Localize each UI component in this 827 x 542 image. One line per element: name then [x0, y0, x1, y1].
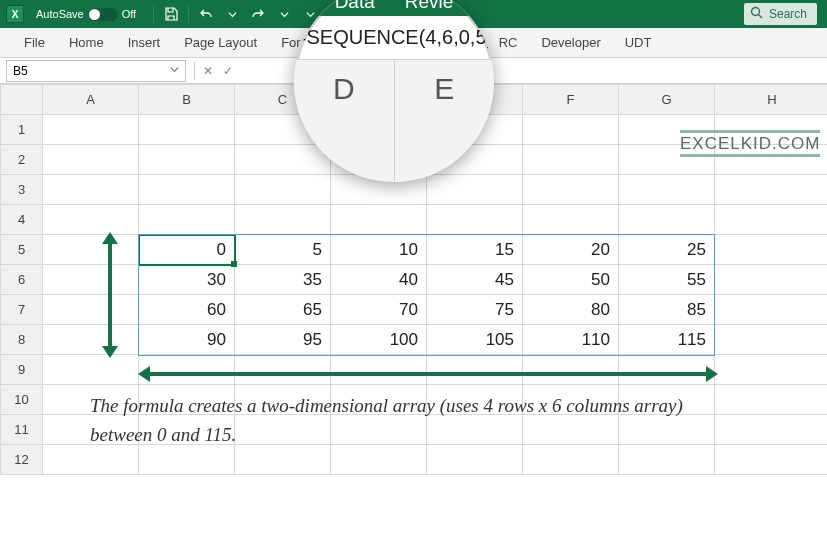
row-header-7[interactable]: 7: [1, 295, 43, 325]
cell-F9[interactable]: [523, 355, 619, 385]
name-box[interactable]: B5: [6, 60, 186, 82]
select-all-corner[interactable]: [1, 85, 43, 115]
tab-rc[interactable]: RC: [489, 30, 528, 55]
cell-D7[interactable]: 70: [331, 295, 427, 325]
cell-B8[interactable]: 90: [139, 325, 235, 355]
cell-B5[interactable]: 0: [139, 235, 235, 265]
cell-C8[interactable]: 95: [235, 325, 331, 355]
cell-D8[interactable]: 100: [331, 325, 427, 355]
cell-F7[interactable]: 80: [523, 295, 619, 325]
redo-dropdown-icon[interactable]: [272, 3, 296, 25]
search-box[interactable]: Search: [744, 3, 817, 25]
col-header-G[interactable]: G: [619, 85, 715, 115]
row-header-12[interactable]: 12: [1, 445, 43, 475]
name-box-dropdown-icon[interactable]: [170, 65, 179, 76]
tab-insert[interactable]: Insert: [118, 30, 171, 55]
cell-C7[interactable]: 65: [235, 295, 331, 325]
redo-icon[interactable]: [246, 3, 270, 25]
cell-F1[interactable]: [523, 115, 619, 145]
cell-E4[interactable]: [427, 205, 523, 235]
cell-E12[interactable]: [427, 445, 523, 475]
cell-A5[interactable]: [43, 235, 139, 265]
cell-E8[interactable]: 105: [427, 325, 523, 355]
undo-dropdown-icon[interactable]: [220, 3, 244, 25]
tab-file[interactable]: File: [14, 30, 55, 55]
cell-G7[interactable]: 85: [619, 295, 715, 325]
tab-developer[interactable]: Developer: [531, 30, 610, 55]
cell-A12[interactable]: [43, 445, 139, 475]
cell-F2[interactable]: [523, 145, 619, 175]
row-header-11[interactable]: 11: [1, 415, 43, 445]
cell-A8[interactable]: [43, 325, 139, 355]
cell-H5[interactable]: [715, 235, 828, 265]
row-header-3[interactable]: 3: [1, 175, 43, 205]
cell-E3[interactable]: [427, 175, 523, 205]
row-header-10[interactable]: 10: [1, 385, 43, 415]
cell-F3[interactable]: [523, 175, 619, 205]
tab-page-layout[interactable]: Page Layout: [174, 30, 267, 55]
cell-G4[interactable]: [619, 205, 715, 235]
cell-B7[interactable]: 60: [139, 295, 235, 325]
cell-F5[interactable]: 20: [523, 235, 619, 265]
row-header-9[interactable]: 9: [1, 355, 43, 385]
cell-B3[interactable]: [139, 175, 235, 205]
row-header-8[interactable]: 8: [1, 325, 43, 355]
enter-icon[interactable]: ✓: [219, 64, 237, 78]
cell-A1[interactable]: [43, 115, 139, 145]
cell-H4[interactable]: [715, 205, 828, 235]
save-icon[interactable]: [159, 3, 183, 25]
cell-A9[interactable]: [43, 355, 139, 385]
cell-F8[interactable]: 110: [523, 325, 619, 355]
cell-H6[interactable]: [715, 265, 828, 295]
row-header-4[interactable]: 4: [1, 205, 43, 235]
cell-A3[interactable]: [43, 175, 139, 205]
row-header-1[interactable]: 1: [1, 115, 43, 145]
cell-B4[interactable]: [139, 205, 235, 235]
autosave-toggle[interactable]: AutoSave Off: [36, 8, 136, 21]
cell-H7[interactable]: [715, 295, 828, 325]
tab-home[interactable]: Home: [59, 30, 114, 55]
row-header-5[interactable]: 5: [1, 235, 43, 265]
cell-F4[interactable]: [523, 205, 619, 235]
cell-G12[interactable]: [619, 445, 715, 475]
cell-F6[interactable]: 50: [523, 265, 619, 295]
cell-E7[interactable]: 75: [427, 295, 523, 325]
cell-H3[interactable]: [715, 175, 828, 205]
col-header-B[interactable]: B: [139, 85, 235, 115]
cell-A2[interactable]: [43, 145, 139, 175]
cell-B6[interactable]: 30: [139, 265, 235, 295]
cell-B12[interactable]: [139, 445, 235, 475]
cell-E5[interactable]: 15: [427, 235, 523, 265]
col-header-A[interactable]: A: [43, 85, 139, 115]
cell-B1[interactable]: [139, 115, 235, 145]
cell-D5[interactable]: 10: [331, 235, 427, 265]
cell-H11[interactable]: [715, 415, 828, 445]
col-header-H[interactable]: H: [715, 85, 828, 115]
cell-G5[interactable]: 25: [619, 235, 715, 265]
cell-H8[interactable]: [715, 325, 828, 355]
cell-C5[interactable]: 5: [235, 235, 331, 265]
cell-G8[interactable]: 115: [619, 325, 715, 355]
cell-D9[interactable]: [331, 355, 427, 385]
cell-D4[interactable]: [331, 205, 427, 235]
cell-H9[interactable]: [715, 355, 828, 385]
col-header-F[interactable]: F: [523, 85, 619, 115]
cell-C3[interactable]: [235, 175, 331, 205]
cell-G6[interactable]: 55: [619, 265, 715, 295]
cell-G9[interactable]: [619, 355, 715, 385]
cell-C4[interactable]: [235, 205, 331, 235]
cell-E6[interactable]: 45: [427, 265, 523, 295]
row-header-2[interactable]: 2: [1, 145, 43, 175]
row-header-6[interactable]: 6: [1, 265, 43, 295]
undo-icon[interactable]: [194, 3, 218, 25]
cell-C9[interactable]: [235, 355, 331, 385]
cell-D6[interactable]: 40: [331, 265, 427, 295]
cell-D12[interactable]: [331, 445, 427, 475]
cell-A7[interactable]: [43, 295, 139, 325]
cell-C6[interactable]: 35: [235, 265, 331, 295]
cell-H10[interactable]: [715, 385, 828, 415]
cell-C2[interactable]: [235, 145, 331, 175]
cell-A4[interactable]: [43, 205, 139, 235]
cell-C12[interactable]: [235, 445, 331, 475]
toggle-switch-icon[interactable]: [88, 8, 118, 21]
